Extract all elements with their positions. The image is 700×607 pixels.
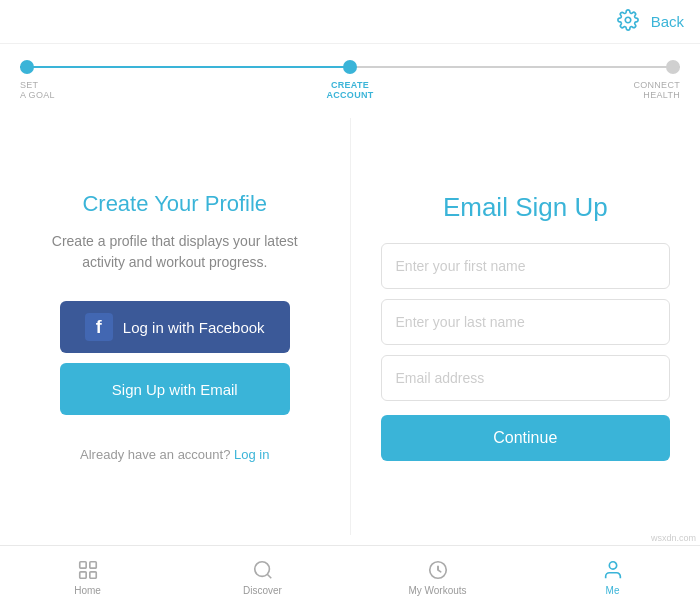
nav-item-my-workouts[interactable]: My Workouts [350, 546, 525, 607]
email-signup-button[interactable]: Sign Up with Email [60, 363, 290, 415]
svg-rect-3 [79, 571, 85, 577]
step-label-2: CREATEACCOUNT [315, 80, 385, 100]
nav-item-discover[interactable]: Discover [175, 546, 350, 607]
profile-description: Create a profile that displays your late… [40, 231, 310, 273]
header: Back [0, 0, 700, 44]
my-workouts-icon [426, 558, 450, 582]
main-content: Create Your Profile Create a profile tha… [0, 108, 700, 545]
step-labels: SETA GOAL CREATEACCOUNT CONNECTHEALTH [20, 80, 680, 100]
progress-bar [20, 60, 680, 74]
left-panel: Create Your Profile Create a profile tha… [0, 108, 350, 545]
facebook-login-button[interactable]: f Log in with Facebook [60, 301, 290, 353]
svg-rect-4 [89, 571, 95, 577]
svg-point-10 [609, 561, 616, 568]
right-panel: Email Sign Up Continue [351, 108, 700, 545]
step-label-1: SETA GOAL [20, 80, 90, 100]
watermark: wsxdn.com [647, 531, 700, 545]
continue-button[interactable]: Continue [381, 415, 670, 461]
nav-item-home[interactable]: Home [0, 546, 175, 607]
me-icon [601, 558, 625, 582]
step-dots [20, 60, 680, 74]
svg-rect-2 [89, 561, 95, 567]
login-link[interactable]: Log in [234, 447, 269, 462]
nav-label-my-workouts: My Workouts [408, 585, 466, 596]
svg-point-0 [625, 17, 631, 23]
step-dot-1 [20, 60, 34, 74]
nav-item-me[interactable]: Me [525, 546, 700, 607]
facebook-button-label: Log in with Facebook [123, 319, 265, 336]
step-label-3: CONNECTHEALTH [610, 80, 680, 100]
last-name-input[interactable] [381, 299, 670, 345]
back-button[interactable]: Back [651, 13, 684, 30]
first-name-input[interactable] [381, 243, 670, 289]
home-icon [76, 558, 100, 582]
email-signup-title: Email Sign Up [443, 192, 608, 223]
already-account-text: Already have an account? Log in [80, 447, 269, 462]
step-dot-3 [666, 60, 680, 74]
email-button-label: Sign Up with Email [112, 381, 238, 398]
svg-rect-1 [79, 561, 85, 567]
nav-label-me: Me [606, 585, 620, 596]
nav-label-discover: Discover [243, 585, 282, 596]
svg-point-5 [254, 561, 269, 576]
bottom-nav: Home Discover My Workouts [0, 545, 700, 607]
facebook-icon: f [85, 313, 113, 341]
discover-icon [251, 558, 275, 582]
profile-title: Create Your Profile [82, 191, 267, 217]
continue-label: Continue [493, 429, 557, 446]
header-icons: Back [617, 9, 684, 35]
gear-icon[interactable] [617, 9, 639, 35]
progress-section: SETA GOAL CREATEACCOUNT CONNECTHEALTH [0, 44, 700, 108]
email-input[interactable] [381, 355, 670, 401]
nav-label-home: Home [74, 585, 101, 596]
step-dot-2 [343, 60, 357, 74]
already-label: Already have an account? [80, 447, 230, 462]
svg-line-6 [267, 574, 271, 578]
